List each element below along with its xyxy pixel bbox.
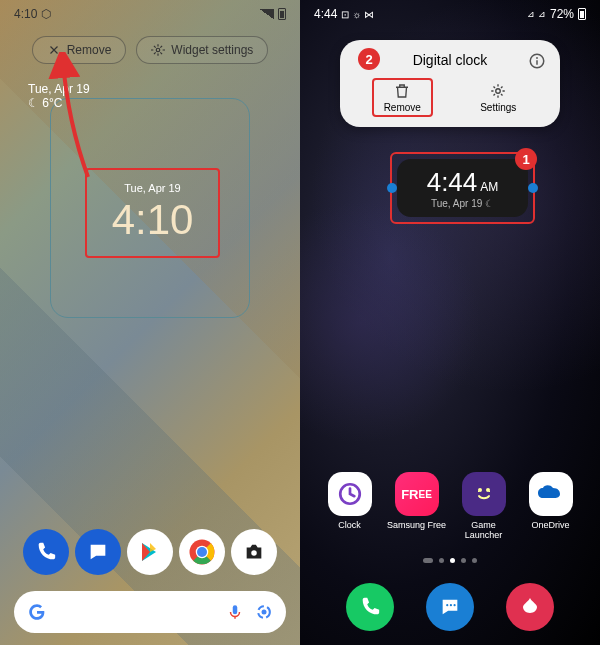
resize-handle-left[interactable] [387,183,397,193]
svg-point-19 [450,604,452,606]
search-bar[interactable] [14,591,286,633]
app-label: Clock [338,520,361,530]
svg-point-12 [536,57,538,59]
svg-rect-13 [536,60,538,65]
menu-settings-label: Settings [480,102,516,113]
remove-button[interactable]: Remove [32,36,127,64]
status-right [260,8,286,20]
signal-icons: ⊿ ⊿ [527,9,546,19]
samsung-free-app[interactable]: FREE Samsung Free [386,472,448,540]
nav-bar [300,583,600,631]
menu-remove-button[interactable]: Remove [372,78,433,117]
close-icon [47,43,61,57]
menu-title: Digital clock [354,52,546,68]
status-icons: ⊡ ☼ ⋈ [341,9,374,20]
annotation-2: 2 [358,48,380,70]
battery-percent: 72% [550,7,574,21]
svg-point-10 [262,610,267,615]
svg-point-0 [157,48,161,52]
messages-app[interactable] [426,583,474,631]
weather-info[interactable]: Tue, Apr 19 ☾ 6°C [0,72,300,120]
phone-app[interactable] [346,583,394,631]
mic-icon[interactable] [226,603,244,621]
trash-icon [393,82,411,100]
widget-date: Tue, Apr 19 [124,182,180,194]
onedrive-app[interactable]: OneDrive [520,472,582,540]
widget-time: 4:44AM [427,167,499,198]
page-indicator[interactable] [300,558,600,563]
gallery-app[interactable] [506,583,554,631]
weather-date: Tue, Apr 19 [28,82,272,96]
widget-time: 4:10 [112,196,194,244]
annotation-1: 1 [515,148,537,170]
clock-app[interactable]: Clock [319,472,381,540]
widget-action-bar: Remove Widget settings [0,28,300,72]
remove-label: Remove [67,43,112,57]
info-icon[interactable] [528,52,546,70]
svg-rect-8 [233,605,238,614]
svg-point-14 [496,89,501,94]
status-time: 4:10 [14,7,37,21]
widget-settings-button[interactable]: Widget settings [136,36,268,64]
google-logo-icon [26,601,48,623]
battery-icon [278,8,286,20]
clock-widget[interactable]: Tue, Apr 19 4:10 [85,168,220,258]
menu-remove-label: Remove [384,102,421,113]
play-store-app[interactable] [127,529,173,575]
widget-date: Tue, Apr 19 ☾ [431,198,494,209]
camera-app[interactable] [231,529,277,575]
signal-icon [260,9,274,19]
gear-icon [151,43,165,57]
app-label: Game Launcher [453,520,515,540]
lens-icon[interactable] [254,602,274,622]
status-bar: 4:44 ⊡ ☼ ⋈ ⊿ ⊿ 72% [300,0,600,28]
chrome-app[interactable] [179,529,225,575]
weather-temp: ☾ 6°C [28,96,272,110]
samsung-home-screen: 4:44 ⊡ ☼ ⋈ ⊿ ⊿ 72% Digital clock Remove … [300,0,600,645]
status-time: 4:44 [314,7,337,21]
app-row: Clock FREE Samsung Free Game Launcher On… [300,472,600,540]
battery-icon [578,8,586,20]
digital-clock-widget[interactable]: 4:44AM Tue, Apr 19 ☾ [390,152,535,224]
messages-app[interactable] [75,529,121,575]
app-label: Samsung Free [387,520,446,530]
phone-app[interactable] [23,529,69,575]
menu-settings-button[interactable]: Settings [468,78,528,117]
dock [0,529,300,575]
gear-icon [489,82,507,100]
status-bar: 4:10 ⬡ [0,0,300,28]
resize-handle-right[interactable] [528,183,538,193]
game-launcher-app[interactable]: Game Launcher [453,472,515,540]
pixel-home-screen: 4:10 ⬡ Remove Widget settings Tue, Apr 1… [0,0,300,645]
svg-point-6 [197,547,207,557]
app-label: OneDrive [531,520,569,530]
settings-label: Widget settings [171,43,253,57]
home-page-dot [423,558,433,563]
svg-point-18 [446,604,448,606]
status-icon: ⬡ [41,7,51,21]
svg-point-20 [453,604,455,606]
svg-point-7 [251,550,257,556]
